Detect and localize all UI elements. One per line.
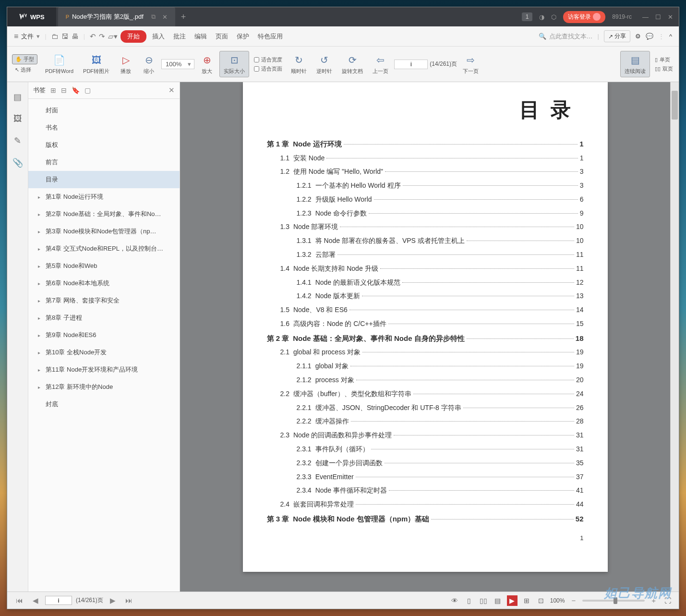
- pdf-to-image-button[interactable]: 🖼 PDF转图片: [79, 51, 113, 77]
- login-button[interactable]: 访客登录: [563, 11, 605, 23]
- view-play-icon[interactable]: ▶: [507, 595, 518, 606]
- next-page-icon[interactable]: ▶: [107, 595, 119, 606]
- bookmark-item[interactable]: 封面: [28, 102, 180, 119]
- select-tool[interactable]: ↖选择: [12, 65, 34, 74]
- view-double-icon[interactable]: ▯▯: [478, 595, 489, 606]
- bookmark-item[interactable]: ▸第1章 Node运行环境: [28, 188, 180, 205]
- toc-entry: 2.2缓冲器（buffer）、类型化数组和字符串24: [267, 388, 584, 400]
- hand-tool[interactable]: ✋手型: [12, 54, 37, 64]
- bookmark-item[interactable]: ▸第7章 网络、套接字和安全: [28, 292, 180, 309]
- tab-comment[interactable]: 批注: [170, 30, 189, 43]
- bookmark-item[interactable]: ▸第6章 Node和本地系统: [28, 275, 180, 292]
- bookmark-item[interactable]: ▸第12章 新环境中的Node: [28, 378, 180, 396]
- collapse-all-icon[interactable]: ⊟: [61, 86, 67, 94]
- tab-close-icon[interactable]: ✕: [162, 13, 168, 21]
- redo-icon[interactable]: ↷: [99, 32, 105, 41]
- toc-entry: 1.2.3Node 命令行参数9: [267, 208, 584, 219]
- close-icon[interactable]: ✕: [668, 13, 673, 21]
- vertical-scrollbar[interactable]: [670, 82, 679, 592]
- expand-all-icon[interactable]: ⊞: [50, 86, 56, 94]
- zoom-slider[interactable]: [582, 600, 645, 602]
- annotations-icon[interactable]: ✎: [14, 135, 21, 146]
- bookmark-item[interactable]: ▸第11章 Node开发环境和产品环境: [28, 361, 180, 378]
- feedback-icon[interactable]: 💬: [646, 33, 653, 40]
- prev-page-button[interactable]: ⇦ 上一页: [369, 51, 392, 77]
- view-continuous-icon[interactable]: ▤: [493, 595, 503, 606]
- continuous-button[interactable]: ▤ 连续阅读: [620, 51, 650, 77]
- next-page-button[interactable]: ⇨ 下一页: [459, 51, 482, 77]
- bookmark-item[interactable]: ▸第8章 子进程: [28, 309, 180, 326]
- save-icon[interactable]: 🖫: [61, 32, 69, 40]
- last-page-icon[interactable]: ⏭: [122, 595, 135, 605]
- document-tab[interactable]: P Node学习指南 第2版_.pdf ⧉ ✕: [58, 7, 175, 26]
- tab-detach-icon[interactable]: ⧉: [151, 13, 156, 21]
- actual-size-button[interactable]: ⊡ 实际大小: [219, 51, 249, 77]
- file-menu[interactable]: 文件: [21, 32, 34, 41]
- fit-page-checkbox[interactable]: 适合页面: [252, 65, 284, 73]
- bookmark-item[interactable]: 目录: [28, 171, 180, 188]
- scroll-thumb[interactable]: [672, 91, 678, 120]
- hamburger-icon[interactable]: ≡: [14, 32, 18, 41]
- outline-icon[interactable]: ▤: [13, 92, 22, 102]
- bookmark-item[interactable]: 前言: [28, 154, 180, 171]
- bookmark-item[interactable]: ▸第10章 全栈Node开发: [28, 344, 180, 361]
- bookmark-item[interactable]: ▸第2章 Node基础：全局对象、事件和No…: [28, 205, 180, 223]
- tab-special[interactable]: 特色应用: [255, 30, 286, 43]
- bookmark-item[interactable]: ▸第4章 交互式Node和REPL，以及控制台…: [28, 240, 180, 257]
- dropdown-icon[interactable]: ▱▾: [108, 32, 118, 41]
- notification-badge[interactable]: 1: [522, 12, 533, 21]
- tab-page[interactable]: 页面: [213, 30, 231, 43]
- bookmark-settings-icon[interactable]: ▢: [84, 86, 91, 94]
- single-page-button[interactable]: ▯单页: [653, 56, 675, 64]
- bookmark-item[interactable]: 版权: [28, 136, 180, 154]
- view-grid-icon[interactable]: ⊞: [521, 595, 532, 606]
- bookmark-item[interactable]: ▸第9章 Node和ES6: [28, 326, 180, 344]
- tab-insert[interactable]: 插入: [149, 30, 168, 43]
- fullscreen-icon[interactable]: ⛶: [662, 595, 673, 606]
- tab-start[interactable]: 开始: [120, 30, 146, 43]
- open-icon[interactable]: 🗀: [51, 32, 59, 40]
- print-icon[interactable]: 🖶: [72, 32, 79, 40]
- zoom-minus-icon[interactable]: −: [568, 595, 578, 605]
- add-bookmark-icon[interactable]: 🔖: [72, 86, 80, 94]
- zoom-in-button[interactable]: ⊕ 放大: [196, 51, 217, 77]
- collapse-ribbon-icon[interactable]: ^: [669, 33, 672, 40]
- new-tab-button[interactable]: +: [181, 12, 186, 22]
- play-button[interactable]: ▷ 播放: [115, 51, 136, 77]
- first-page-icon[interactable]: ⏮: [13, 595, 26, 605]
- settings-icon[interactable]: ⚙: [635, 33, 641, 40]
- rotate-doc-button[interactable]: ⟳ 旋转文档: [338, 51, 367, 77]
- search-box[interactable]: 🔍 点此查找文本…: [539, 32, 593, 41]
- zoom-plus-icon[interactable]: +: [649, 595, 659, 605]
- close-panel-icon[interactable]: ✕: [168, 86, 175, 95]
- tab-edit[interactable]: 编辑: [192, 30, 210, 43]
- pdf-to-word-button[interactable]: 📄 PDF转Word: [41, 51, 77, 77]
- bookmark-item[interactable]: ▸第5章 Node和Web: [28, 257, 180, 275]
- rotate-cw-button[interactable]: ↻ 顺时针: [287, 51, 311, 77]
- bookmark-item[interactable]: 书名: [28, 119, 180, 136]
- eye-icon[interactable]: 👁: [449, 595, 460, 606]
- page-input[interactable]: [394, 60, 428, 69]
- skin-icon[interactable]: ◑: [539, 13, 544, 21]
- share-button[interactable]: ↗分享: [604, 30, 630, 42]
- document-viewport[interactable]: 目 录 第 1 章Node 运行环境11.1安装 Node11.2使用 Node…: [180, 82, 670, 592]
- rotate-ccw-button[interactable]: ↺ 逆时针: [313, 51, 336, 77]
- maximize-icon[interactable]: ☐: [655, 13, 661, 21]
- bookmark-item[interactable]: 封底: [28, 396, 180, 413]
- attachments-icon[interactable]: 📎: [12, 157, 23, 168]
- minimize-icon[interactable]: —: [642, 13, 649, 21]
- fit-width-checkbox[interactable]: 适合宽度: [252, 56, 284, 64]
- status-page-input[interactable]: [45, 596, 72, 605]
- tab-protect[interactable]: 保护: [234, 30, 252, 43]
- undo-icon[interactable]: ↶: [90, 32, 96, 41]
- view-single-icon[interactable]: ▯: [464, 595, 474, 606]
- gift-icon[interactable]: ⬡: [551, 13, 556, 21]
- double-page-button[interactable]: ▯▯双页: [653, 65, 675, 73]
- zoom-out-button[interactable]: ⊖ 缩小: [138, 51, 159, 77]
- bookmark-item[interactable]: ▸第3章 Node模块和Node包管理器（np…: [28, 223, 180, 240]
- zoom-combo[interactable]: 100%: [161, 59, 194, 69]
- zoom-knob[interactable]: [614, 597, 617, 604]
- thumbnails-icon[interactable]: 🖼: [13, 114, 22, 124]
- view-fit-icon[interactable]: ⊡: [536, 595, 546, 606]
- prev-page-icon[interactable]: ◀: [30, 595, 41, 606]
